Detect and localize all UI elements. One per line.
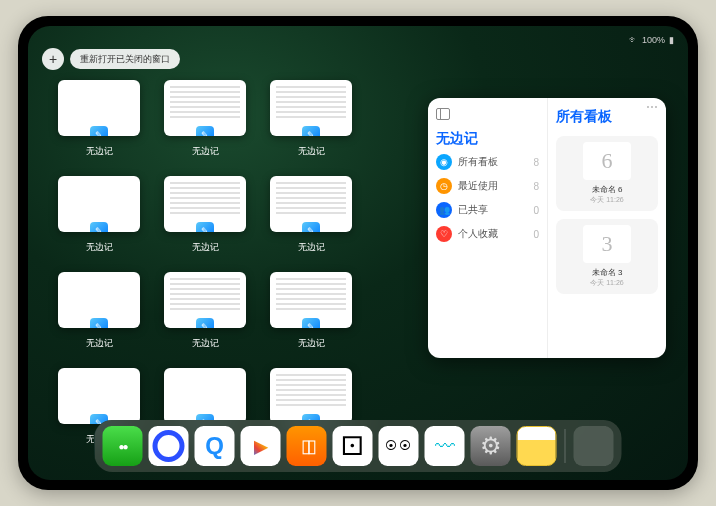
freeform-app-icon [196,222,214,232]
window-preview [164,368,246,424]
category-label: 最近使用 [458,179,498,193]
freeform-app-icon [90,318,108,328]
board-name: 未命名 3 [592,267,623,278]
category-count: 0 [533,205,539,216]
board-time: 今天 11:26 [590,195,623,205]
freeform-panel[interactable]: 无边记 ◉ 所有看板 8 ◷ 最近使用 8 👥 已共享 0 ♡ 个人收藏 0 所… [428,98,666,358]
window-preview [164,176,246,232]
dock-icon-notes[interactable] [517,426,557,466]
window-label: 无边记 [86,145,113,158]
reopen-closed-window-button[interactable]: 重新打开已关闭的窗口 [70,49,180,69]
panel-sidebar-title: 无边记 [436,130,539,148]
window-preview [270,176,352,232]
category-item[interactable]: ◷ 最近使用 8 [436,178,539,194]
window-label: 无边记 [298,145,325,158]
window-label: 无边记 [192,337,219,350]
freeform-app-icon [90,126,108,136]
window-preview [58,272,140,328]
battery-icon: ▮ [669,35,674,45]
window-label: 无边记 [298,337,325,350]
category-icon: 👥 [436,202,452,218]
battery-percent: 100% [642,35,665,45]
window-thumb[interactable]: 无边记 [58,272,140,350]
dock-icon-settings[interactable] [471,426,511,466]
window-label: 无边记 [86,337,113,350]
window-thumb[interactable]: 无边记 [164,176,246,254]
category-count: 0 [533,229,539,240]
category-list: ◉ 所有看板 8 ◷ 最近使用 8 👥 已共享 0 ♡ 个人收藏 0 [436,154,539,242]
dock-icon-wechat[interactable] [103,426,143,466]
category-icon: ◷ [436,178,452,194]
dock-app-library[interactable] [574,426,614,466]
category-icon: ♡ [436,226,452,242]
window-label: 无边记 [86,241,113,254]
sidebar-toggle-icon[interactable] [436,108,450,120]
boards-list: 6 未命名 6 今天 11:26 3 未命名 3 今天 11:26 [556,136,658,294]
window-thumb[interactable]: 无边记 [164,272,246,350]
board-preview: 3 [583,225,631,263]
window-preview [58,368,140,424]
category-count: 8 [533,157,539,168]
window-preview [164,272,246,328]
window-label: 无边记 [192,145,219,158]
board-preview: 6 [583,142,631,180]
status-bar: ᯤ 100% ▮ [28,32,688,48]
board-card[interactable]: 6 未命名 6 今天 11:26 [556,136,658,211]
freeform-app-icon [196,126,214,136]
window-thumb[interactable]: 无边记 [270,80,352,158]
window-preview [58,80,140,136]
window-preview [270,80,352,136]
freeform-app-icon [90,222,108,232]
board-card[interactable]: 3 未命名 3 今天 11:26 [556,219,658,294]
category-item[interactable]: ♡ 个人收藏 0 [436,226,539,242]
freeform-app-icon [196,318,214,328]
window-preview [270,368,352,424]
window-thumb[interactable]: 无边记 [164,80,246,158]
app-switcher-grid: 无边记 无边记 无边记 无边记 无边记 无边记 无边记 无边记 [58,80,408,408]
ipad-device: ᯤ 100% ▮ + 重新打开已关闭的窗口 无边记 无边记 无边记 无边记 [18,16,698,490]
new-window-button[interactable]: + [42,48,64,70]
screen: ᯤ 100% ▮ + 重新打开已关闭的窗口 无边记 无边记 无边记 无边记 [28,26,688,480]
dock-icon-camo[interactable] [379,426,419,466]
category-item[interactable]: 👥 已共享 0 [436,202,539,218]
freeform-app-icon [302,222,320,232]
category-count: 8 [533,181,539,192]
window-preview [270,272,352,328]
window-thumb[interactable]: 无边记 [58,176,140,254]
window-thumb[interactable]: 无边记 [270,272,352,350]
freeform-app-icon [302,126,320,136]
window-thumb[interactable]: 无边记 [270,176,352,254]
wifi-icon: ᯤ [629,35,638,45]
panel-boards-title: 所有看板 [556,108,658,126]
board-name: 未命名 6 [592,184,623,195]
window-preview [164,80,246,136]
category-icon: ◉ [436,154,452,170]
window-preview [58,176,140,232]
dock-icon-quark[interactable] [149,426,189,466]
dock-icon-qq-browser[interactable] [195,426,235,466]
dock-icon-dice[interactable] [333,426,373,466]
window-label: 无边记 [298,241,325,254]
category-label: 所有看板 [458,155,498,169]
board-time: 今天 11:26 [590,278,623,288]
dock-icon-books[interactable] [287,426,327,466]
dock-divider [565,429,566,463]
panel-main: 所有看板 6 未命名 6 今天 11:26 3 未命名 3 今天 11:26 [548,98,666,358]
panel-sidebar: 无边记 ◉ 所有看板 8 ◷ 最近使用 8 👥 已共享 0 ♡ 个人收藏 0 [428,98,548,358]
category-label: 个人收藏 [458,227,498,241]
category-label: 已共享 [458,203,488,217]
window-label: 无边记 [192,241,219,254]
freeform-app-icon [302,318,320,328]
dock [95,420,622,472]
dock-icon-freeform[interactable] [425,426,465,466]
window-thumb[interactable]: 无边记 [58,80,140,158]
category-item[interactable]: ◉ 所有看板 8 [436,154,539,170]
dock-icon-play[interactable] [241,426,281,466]
